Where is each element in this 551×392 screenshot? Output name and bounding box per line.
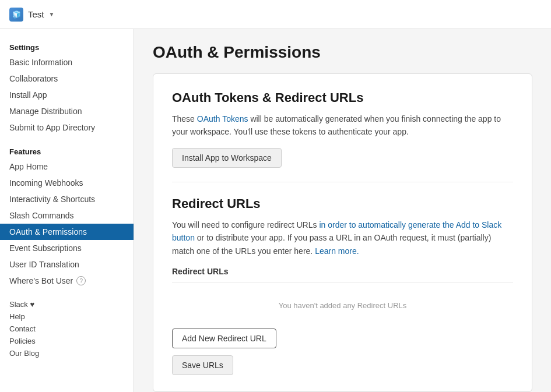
app-name: Test — [28, 9, 44, 19]
sidebar-item-event-subscriptions[interactable]: Event Subscriptions — [0, 240, 134, 256]
redirect-learn-more-link[interactable]: Learn more. — [315, 246, 359, 256]
redirect-urls-btn-row: Add New Redirect URL — [172, 329, 513, 348]
save-urls-button[interactable]: Save URLs — [172, 355, 233, 375]
sidebar-item-wheres-bot-user[interactable]: Where's Bot User ? — [0, 273, 134, 289]
main-card: OAuth Tokens & Redirect URLs These OAuth… — [153, 73, 532, 392]
sidebar-item-app-home[interactable]: App Home — [0, 158, 134, 175]
oauth-tokens-section: OAuth Tokens & Redirect URLs These OAuth… — [172, 90, 513, 182]
sidebar-item-submit-to-app-directory[interactable]: Submit to App Directory — [0, 119, 134, 136]
sidebar-footer: Slack ♥ Help Contact Policies Our Blog — [0, 289, 134, 364]
redirect-urls-section: Redirect URLs You will need to configure… — [172, 196, 513, 375]
sidebar-footer-contact[interactable]: Contact — [9, 323, 124, 335]
app-icon: 🧊 — [9, 8, 23, 22]
oauth-tokens-desc: These OAuth Tokens will be automatically… — [172, 112, 513, 139]
main-layout: Settings Basic Information Collaborators… — [0, 29, 551, 392]
sidebar-item-oauth-permissions[interactable]: OAuth & Permissions — [0, 224, 134, 240]
features-section-header: Features — [0, 143, 134, 158]
settings-section-header: Settings — [0, 38, 134, 54]
sidebar-item-basic-information[interactable]: Basic Information — [0, 54, 134, 70]
redirect-urls-desc: You will need to configure redirect URLs… — [172, 218, 513, 257]
sidebar-footer-slack[interactable]: Slack ♥ — [9, 298, 124, 310]
sidebar-footer-policies[interactable]: Policies — [9, 335, 124, 347]
sidebar-item-interactivity-shortcuts[interactable]: Interactivity & Shortcuts — [0, 191, 134, 207]
add-new-redirect-url-button[interactable]: Add New Redirect URL — [172, 329, 276, 348]
redirect-urls-title: Redirect URLs — [172, 196, 513, 211]
sidebar: Settings Basic Information Collaborators… — [0, 29, 134, 392]
sidebar-item-user-id-translation[interactable]: User ID Translation — [0, 256, 134, 273]
sidebar-footer-help[interactable]: Help — [9, 310, 124, 323]
redirect-urls-label: Redirect URLs — [172, 267, 513, 282]
save-urls-btn-row: Save URLs — [172, 355, 513, 375]
app-selector[interactable]: 🧊 Test ▼ — [9, 8, 54, 22]
sidebar-item-incoming-webhooks[interactable]: Incoming Webhooks — [0, 175, 134, 191]
page-title: OAuth & Permissions — [153, 43, 532, 62]
content-area: OAuth & Permissions OAuth Tokens & Redir… — [134, 29, 551, 392]
chevron-down-icon: ▼ — [49, 11, 55, 17]
sidebar-footer-our-blog[interactable]: Our Blog — [9, 347, 124, 359]
sidebar-item-manage-distribution[interactable]: Manage Distribution — [0, 103, 134, 119]
oauth-tokens-link[interactable]: OAuth Tokens — [197, 114, 248, 123]
sidebar-item-install-app[interactable]: Install App — [0, 87, 134, 103]
redirect-urls-empty-state: You haven't added any Redirect URLs — [172, 289, 513, 322]
top-bar: 🧊 Test ▼ — [0, 0, 551, 29]
oauth-tokens-title: OAuth Tokens & Redirect URLs — [172, 90, 513, 105]
sidebar-item-collaborators[interactable]: Collaborators — [0, 70, 134, 87]
help-icon[interactable]: ? — [76, 276, 86, 285]
sidebar-item-slash-commands[interactable]: Slash Commands — [0, 207, 134, 224]
install-app-button[interactable]: Install App to Workspace — [172, 148, 282, 168]
